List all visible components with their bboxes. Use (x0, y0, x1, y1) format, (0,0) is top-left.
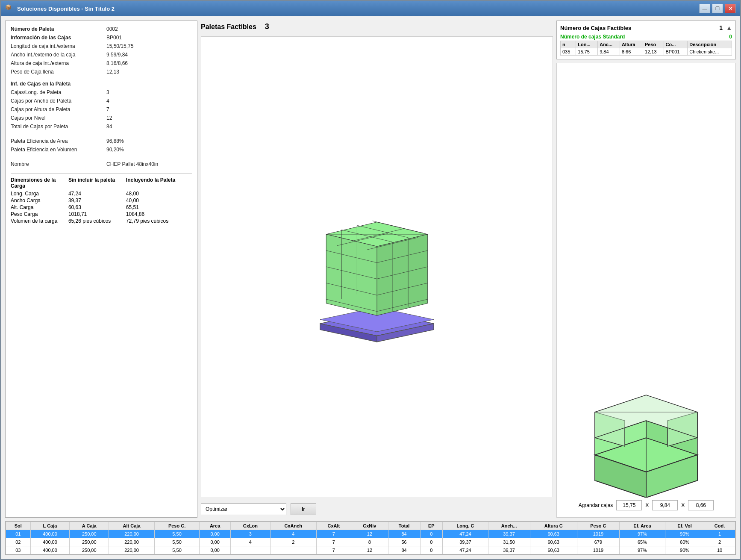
cajas-ancho-label: Cajas por Ancho de Paleta (11, 98, 105, 104)
total-cajas-row: Total de Cajas por Paleta 84 (11, 124, 192, 130)
cajas-factibles-title: Número de Cajas Factibles (560, 25, 631, 31)
main-window: 📦 Soluciones Disponibles - Sin Titulo 2 … (0, 0, 741, 560)
total-cajas-value: 84 (106, 124, 112, 130)
data-table-head: SolL CajaA CajaAlt CajaPeso C.AreaCxLonC… (6, 522, 735, 530)
pallet-3d-container (201, 36, 553, 497)
cajas-ancho-row: Cajas por Ancho de Paleta 4 (11, 98, 192, 104)
cf-th-anc: Anc... (598, 41, 620, 48)
cajas-nivel-row: Cajas por Nivel 12 (11, 115, 192, 121)
cajas-long-label: Cajas/Long. de Paleta (11, 89, 105, 95)
table-row[interactable]: 03400,00250,00220,005,500,0071284047,243… (6, 546, 735, 554)
left-panel: Número de Paleta 0002 Información de las… (5, 21, 197, 518)
dim-title-col1: Dimensiones de la Carga (11, 177, 68, 189)
dim-row: Alt. Carga 60,63 65,51 (11, 204, 192, 210)
window-title: Soluciones Disponibles - Sin Titulo 2 (17, 6, 115, 12)
data-table-th: Sol (6, 522, 31, 530)
ef-area-value: 96,88% (106, 138, 124, 144)
ancho-row: Ancho int./externo de la caja 9,59/9,84 (11, 52, 192, 58)
data-table-th: Peso C. (154, 522, 199, 530)
up-arrow-icon[interactable]: ▲ (726, 24, 732, 31)
dim-row-label: Ancho Carga (11, 197, 68, 203)
right-panel: Número de Cajas Factibles 1 ▲ Número de … (556, 21, 736, 518)
numero-paleta-row: Número de Paleta 0002 (11, 26, 192, 32)
ef-vol-label: Paleta Eficiencia en Volumen (11, 147, 105, 153)
data-table-th: CxNiv (351, 522, 388, 530)
longitud-row: Longitud de caja int./externa 15,50/15,7… (11, 43, 192, 49)
optimize-row: Optimizar Ir (201, 501, 553, 518)
cajas-long-row: Cajas/Long. de Paleta 3 (11, 89, 192, 95)
title-bar-left: 📦 Soluciones Disponibles - Sin Titulo 2 (5, 4, 115, 13)
cf-table-row[interactable]: 035 15,75 9,84 8,66 12,13 BP001 Chicken … (561, 48, 732, 56)
cf-standard-count: 0 (729, 34, 732, 40)
agrandar-x-input[interactable] (616, 500, 642, 510)
agrandar-y-input[interactable] (652, 500, 678, 510)
ancho-label: Ancho int./externo de la caja (11, 52, 105, 58)
main-section: Número de Paleta 0002 Información de las… (5, 21, 736, 518)
inf-paleta-title: Inf. de Cajas en la Paleta (11, 81, 192, 87)
cajas-factibles-section: Número de Cajas Factibles 1 ▲ Número de … (556, 21, 736, 59)
dim-row-sin-paleta: 60,63 (68, 204, 126, 210)
agrandar-row: Agrandar cajas X X (579, 498, 714, 513)
info-cajas-label: Información de las Cajas (11, 35, 105, 41)
cf-count-area: 1 ▲ (719, 24, 732, 31)
paletas-factibles-label: Paletas Factibles (201, 23, 256, 31)
table-row[interactable]: 01400,00250,00220,005,500,003471284047,2… (6, 530, 735, 538)
bottom-table-section: SolL CajaA CajaAlt CajaPeso C.AreaCxLonC… (5, 521, 736, 555)
ancho-value: 9,59/9,84 (106, 52, 128, 58)
dim-row-label: Alt. Carga (11, 204, 68, 210)
dim-row-label: Volumen de la carga (11, 218, 68, 224)
agrandar-label: Agrandar cajas (579, 502, 613, 508)
pallet-3d-svg (304, 186, 450, 348)
agrandar-z-input[interactable] (688, 500, 714, 510)
data-table-th: L Caja (30, 522, 70, 530)
nombre-label: Nombre (11, 161, 105, 167)
cf-th-altura: Altura (620, 41, 643, 48)
table-row[interactable]: 02400,00250,00220,005,500,00427856039,37… (6, 538, 735, 546)
content-area: Número de Paleta 0002 Información de las… (1, 16, 740, 559)
paletas-header: Paletas Factibles 3 (201, 21, 553, 33)
dim-row: Peso Carga 1018,71 1084,86 (11, 211, 192, 217)
cf-th-lon: Lon... (576, 41, 598, 48)
peso-label: Peso de Caja llena (11, 69, 105, 75)
data-table-th: A Caja (70, 522, 109, 530)
data-table-th: CxAlt (316, 522, 351, 530)
cf-th-desc: Descripción (688, 41, 732, 48)
data-table-header-row: SolL CajaA CajaAlt CajaPeso C.AreaCxLonC… (6, 522, 735, 530)
dim-rows-container: Long. Carga 47,24 48,00 Ancho Carga 39,3… (11, 191, 192, 224)
cf-th-n: n (561, 41, 576, 48)
dim-row-label: Peso Carga (11, 211, 68, 217)
dim-row-sin-paleta: 47,24 (68, 191, 126, 197)
dim-row: Long. Carga 47,24 48,00 (11, 191, 192, 197)
minimize-button[interactable]: — (699, 4, 710, 13)
box-3d-svg (569, 378, 723, 498)
altura-label: Altura de caja int./externa (11, 60, 105, 66)
cajas-nivel-value: 12 (106, 115, 112, 121)
svg-marker-5 (377, 234, 428, 315)
dim-title-col3: Incluyendo la Paleta (126, 177, 192, 189)
cf-table: n Lon... Anc... Altura Peso Co... Descri… (560, 41, 732, 56)
cf-th-co: Co... (664, 41, 688, 48)
numero-paleta-value: 0002 (106, 26, 118, 32)
altura-row: Altura de caja int./externa 8,16/8,66 (11, 60, 192, 66)
info-cajas-row: Información de las Cajas BP001 (11, 35, 192, 41)
data-table-th: Total (388, 522, 420, 530)
dim-row-sin-paleta: 39,37 (68, 197, 126, 203)
cajas-long-value: 3 (106, 89, 109, 95)
cf-standard-label: Número de cajas Standard (560, 34, 625, 40)
data-table-th: Ef. Area (619, 522, 665, 530)
ir-button[interactable]: Ir (291, 503, 316, 515)
peso-value: 12,13 (106, 69, 119, 75)
data-table-th: Anch... (488, 522, 530, 530)
optimize-select[interactable]: Optimizar (201, 503, 286, 515)
dim-title-col2: Sin incluir la paleta (68, 177, 126, 189)
cajas-altura-value: 7 (106, 106, 109, 112)
box-3d-container: Agrandar cajas X X (556, 63, 736, 518)
cajas-altura-label: Cajas por Altura de Paleta (11, 106, 105, 112)
close-button[interactable]: ✕ (725, 4, 736, 13)
ef-vol-row: Paleta Eficiencia en Volumen 90,20% (11, 147, 192, 153)
cajas-altura-row: Cajas por Altura de Paleta 7 (11, 106, 192, 112)
box-stack (326, 221, 428, 315)
maximize-button[interactable]: ❐ (712, 4, 723, 13)
data-table-th: Long. C (443, 522, 488, 530)
data-table-th: Alt Caja (109, 522, 155, 530)
